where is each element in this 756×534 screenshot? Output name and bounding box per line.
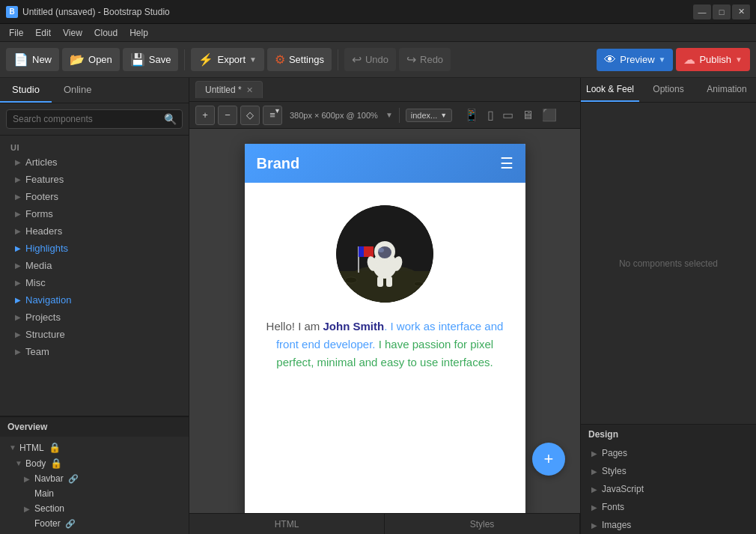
tablet-landscape-button[interactable]: ▭ [499, 106, 516, 124]
design-panel-header: Design [581, 424, 756, 444]
component-media[interactable]: ▶Media [0, 257, 189, 274]
preview-button[interactable]: 👁 Preview ▼ [597, 49, 673, 71]
menu-edit[interactable]: Edit [29, 26, 57, 40]
tree-main[interactable]: ▶ Main [0, 486, 189, 501]
canvas-toolbar: + − ◇ ≡▼ 380px × 600px @ 100% ▼ index...… [189, 102, 580, 129]
canvas-area: Brand ☰ [189, 129, 580, 513]
device-buttons: 📱 ▯ ▭ 🖥 ⬛ [461, 106, 560, 124]
component-headers[interactable]: ▶Headers [0, 222, 189, 240]
component-misc[interactable]: ▶Misc [0, 274, 189, 291]
svg-rect-7 [359, 246, 364, 257]
bottom-tab-styles[interactable]: Styles [385, 514, 580, 534]
ui-category-label: UI [0, 140, 189, 154]
close-button[interactable]: ✕ [732, 4, 750, 19]
toolbar: 📄 New 📂 Open 💾 Save ⚡ Export ▼ ⚙ Setting… [0, 42, 756, 78]
component-navigation[interactable]: ▶Navigation [0, 291, 189, 309]
menubar: File Edit View Cloud Help [0, 24, 756, 42]
design-styles[interactable]: ▶Styles [581, 462, 756, 480]
redo-button[interactable]: ↪ Redo [399, 48, 451, 71]
preview-brand: Brand [257, 155, 300, 172]
component-footers[interactable]: ▶Footers [0, 188, 189, 205]
preview-avatar [336, 205, 433, 303]
canvas-size-label: 380px × 600px @ 100% [285, 111, 382, 120]
preview-dropdown-arrow: ▼ [659, 55, 666, 64]
tree-section[interactable]: ▶ Section [0, 501, 189, 516]
svg-point-15 [378, 248, 384, 252]
tablet-portrait-button[interactable]: ▯ [484, 106, 497, 124]
close-tab-button[interactable]: ✕ [246, 85, 253, 95]
tab-animation[interactable]: Animation [698, 78, 756, 102]
new-button[interactable]: 📄 New [6, 48, 59, 71]
tree-footer[interactable]: ▶ Footer 🔗 [0, 516, 189, 531]
publish-icon: ☁ [683, 52, 695, 67]
component-highlights[interactable]: ▶Highlights [0, 240, 189, 257]
zoom-in-button[interactable]: + [195, 106, 215, 125]
preview-hero-text: Hello! I am John Smith. I work as interf… [260, 318, 510, 371]
maximize-button[interactable]: □ [713, 4, 731, 19]
component-team[interactable]: ▶Team [0, 343, 189, 360]
component-articles[interactable]: ▶Articles [0, 154, 189, 171]
tree-html[interactable]: ▼ HTML 🔒 [0, 440, 189, 455]
preview-hamburger-icon: ☰ [500, 154, 513, 172]
save-button[interactable]: 💾 Save [123, 48, 179, 71]
tab-studio[interactable]: Studio [0, 78, 52, 103]
settings-button[interactable]: ⚙ Settings [267, 48, 332, 71]
folder-icon: 📂 [70, 52, 85, 67]
publish-button[interactable]: ☁ Publish ▼ [676, 48, 750, 71]
left-panel-tabs: Studio Online [0, 78, 189, 103]
canvas-toolbar-sep [399, 108, 400, 123]
menu-view[interactable]: View [57, 26, 88, 40]
wide-desktop-button[interactable]: ⬛ [539, 106, 560, 124]
mobile-view-button[interactable]: 📱 [461, 106, 482, 124]
menu-cloud[interactable]: Cloud [88, 26, 124, 40]
design-fonts[interactable]: ▶Fonts [581, 498, 756, 516]
zoom-out-button[interactable]: − [218, 106, 237, 125]
tab-options[interactable]: Options [639, 78, 698, 102]
fab-button[interactable]: + [532, 443, 565, 476]
menu-file[interactable]: File [3, 26, 29, 40]
settings-icon: ⚙ [275, 52, 285, 67]
canvas-bottom-tabs: HTML Styles [189, 513, 580, 534]
tab-look-feel[interactable]: Look & Feel [581, 78, 639, 102]
tree-navbar[interactable]: ▶ Navbar 🔗 [0, 471, 189, 486]
avatar-image [336, 205, 433, 303]
design-pages[interactable]: ▶Pages [581, 444, 756, 462]
minimize-button[interactable]: — [693, 4, 711, 19]
search-wrap: 🔍 [6, 109, 183, 129]
layers-button[interactable]: ≡▼ [263, 106, 282, 125]
tab-online[interactable]: Online [52, 78, 104, 103]
bottom-tab-html[interactable]: HTML [189, 514, 385, 534]
desktop-button[interactable]: 🖥 [519, 106, 537, 124]
new-icon: 📄 [13, 52, 28, 67]
preview-hero: Hello! I am John Smith. I work as interf… [245, 183, 525, 386]
preview-navbar: Brand ☰ [245, 144, 525, 183]
undo-button[interactable]: ↩ Undo [344, 48, 396, 71]
export-icon: ⚡ [198, 52, 213, 67]
preview-icon: 👁 [604, 53, 616, 67]
export-dropdown-arrow: ▼ [249, 55, 257, 64]
canvas-area-container: Untitled * ✕ + − ◇ ≡▼ 380px × 600px @ 10… [189, 78, 580, 534]
canvas-size-dropdown[interactable]: ▼ [385, 111, 393, 119]
search-input[interactable] [6, 109, 183, 129]
right-panel: Look & Feel Options Animation No compone… [580, 78, 756, 534]
design-images[interactable]: ▶Images [581, 516, 756, 534]
overview-tree: ▼ HTML 🔒 ▼ Body 🔒 ▶ Navbar 🔗 ▶ Main [0, 437, 189, 534]
no-components-label: No components selected [581, 103, 756, 424]
svg-point-3 [345, 277, 357, 283]
menu-help[interactable]: Help [124, 26, 154, 40]
overview-header: Overview [0, 417, 189, 437]
tree-body[interactable]: ▼ Body 🔒 [0, 455, 189, 471]
select-tool-button[interactable]: ◇ [240, 106, 260, 125]
design-javascript[interactable]: ▶JavaScript [581, 480, 756, 498]
file-select-arrow: ▼ [440, 112, 447, 119]
open-button[interactable]: 📂 Open [62, 48, 120, 71]
component-structure[interactable]: ▶Structure [0, 326, 189, 343]
right-panel-content: No components selected Design ▶Pages ▶St… [581, 103, 756, 534]
export-button[interactable]: ⚡ Export ▼ [191, 48, 263, 71]
component-projects[interactable]: ▶Projects [0, 309, 189, 326]
left-panel: Studio Online 🔍 UI ▶Articles ▶Features ▶… [0, 78, 189, 534]
component-forms[interactable]: ▶Forms [0, 205, 189, 222]
component-features[interactable]: ▶Features [0, 171, 189, 188]
canvas-tab-untitled[interactable]: Untitled * ✕ [195, 81, 263, 98]
file-select[interactable]: index... ▼ [406, 109, 452, 122]
